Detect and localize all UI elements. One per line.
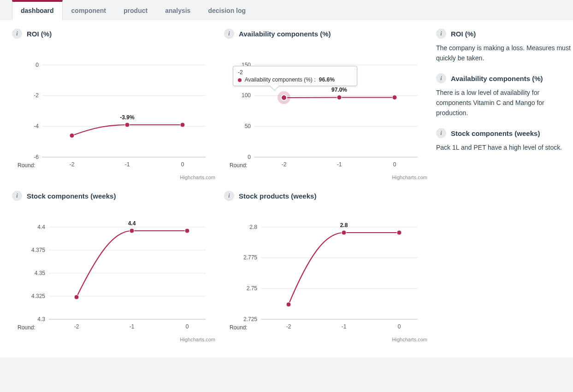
x-axis-title: Round:: [230, 324, 248, 331]
tooltip: -2 Availability components (%) : 96.6%: [233, 66, 357, 86]
info-icon[interactable]: i: [12, 29, 22, 39]
xtick: -2: [74, 323, 79, 330]
info-icon[interactable]: i: [12, 191, 22, 201]
tooltip-header: -2: [238, 69, 352, 76]
chart-roi[interactable]: 0 -2 -4 -6 -2 -1 0 Round: -3.9% Highchar…: [12, 43, 219, 181]
card-stock-products: i Stock products (weeks) 2.8 2.775 2.75 …: [224, 191, 431, 344]
info-icon[interactable]: i: [436, 128, 446, 138]
ytick: 2.8: [249, 224, 257, 230]
info-icon[interactable]: i: [224, 29, 234, 39]
chart-credit[interactable]: Highcharts.com: [180, 337, 215, 342]
xtick: 0: [181, 161, 184, 168]
info-icon[interactable]: i: [436, 73, 446, 83]
side-text-stock: Pack 1L and PET have a high level of sto…: [436, 143, 573, 153]
tabs-bar: dashboard component product analysis dec…: [0, 0, 573, 20]
ytick: 50: [245, 123, 251, 129]
side-text-availability: There is a low level of availability for…: [436, 88, 573, 118]
data-point[interactable]: [125, 123, 130, 127]
chart-title-stock-products: Stock products (weeks): [239, 192, 316, 200]
side-title-stock: Stock components (weeks): [451, 129, 540, 137]
tab-analysis[interactable]: analysis: [156, 0, 199, 20]
ytick: -2: [34, 92, 39, 99]
tab-product[interactable]: product: [115, 0, 156, 20]
data-point[interactable]: [130, 228, 134, 233]
ytick: 4.3: [37, 316, 45, 322]
xtick: 0: [186, 323, 189, 330]
ytick: -4: [34, 123, 39, 129]
data-point[interactable]: [180, 123, 185, 127]
chart-stock-products[interactable]: 2.8 2.775 2.75 2.725 -2 -1 0 Round: 2.8 …: [224, 205, 431, 344]
data-label: 4.4: [128, 220, 136, 227]
side-title-availability: Availability components (%): [451, 75, 543, 82]
series-line: [77, 231, 187, 297]
xtick: -2: [286, 323, 291, 330]
xtick: 0: [398, 323, 401, 330]
sidebar-notes: i ROI (%) The company is making a loss. …: [436, 29, 573, 163]
ytick: 4.35: [35, 270, 46, 276]
series-line: [289, 233, 399, 304]
ytick: 100: [242, 92, 251, 99]
xtick: -2: [282, 161, 287, 168]
info-icon[interactable]: i: [224, 191, 234, 201]
chart-credit[interactable]: Highcharts.com: [392, 175, 427, 180]
data-point[interactable]: [74, 295, 79, 299]
data-point[interactable]: [337, 95, 342, 100]
data-label: -3.9%: [120, 114, 135, 121]
data-point[interactable]: [286, 302, 291, 307]
chart-title-roi: ROI (%): [27, 30, 52, 38]
ytick: 4.4: [37, 224, 45, 230]
tab-component[interactable]: component: [63, 0, 115, 20]
x-axis-title: Round:: [18, 324, 35, 331]
chart-title-stock-components: Stock components (weeks): [27, 192, 116, 200]
ytick: -6: [34, 154, 39, 160]
side-title-roi: ROI (%): [451, 30, 476, 38]
data-point[interactable]: [397, 230, 402, 235]
xtick: -1: [125, 161, 130, 168]
tab-decision-log[interactable]: decision log: [199, 0, 254, 20]
ytick: 4.325: [31, 293, 45, 299]
xtick: -1: [130, 323, 135, 330]
xtick: -1: [337, 161, 342, 168]
card-availability: i Availability components (%) 150 100 50…: [224, 29, 431, 181]
ytick: 2.75: [247, 285, 258, 292]
tab-dashboard[interactable]: dashboard: [12, 0, 63, 20]
ytick: 0: [248, 154, 251, 160]
ytick: 0: [35, 62, 39, 68]
x-axis-title: Round:: [18, 162, 35, 169]
xtick: -1: [342, 323, 347, 330]
xtick: 0: [393, 161, 396, 168]
chart-stock-components[interactable]: 4.4 4.375 4.35 4.325 4.3 -2 -1 0 Round: …: [12, 205, 219, 344]
data-label: 97.0%: [331, 87, 347, 93]
side-text-roi: The company is making a loss. Measures m…: [436, 43, 573, 63]
data-point-hovered[interactable]: [281, 95, 287, 100]
tooltip-value: 96.6%: [319, 76, 335, 83]
x-axis-title: Round:: [230, 162, 248, 169]
data-point[interactable]: [70, 133, 74, 138]
ytick: 2.775: [243, 254, 257, 261]
tooltip-dot-icon: [238, 78, 242, 82]
info-icon[interactable]: i: [436, 29, 446, 39]
xtick: -2: [70, 161, 75, 168]
chart-availability[interactable]: 150 100 50 0 -2 -1 0 Round: 97.0% -2: [224, 43, 431, 181]
chart-credit[interactable]: Highcharts.com: [392, 337, 427, 342]
tooltip-series-name: Availability components (%) :: [245, 76, 316, 83]
chart-title-availability: Availability components (%): [239, 30, 331, 38]
ytick: 4.375: [31, 247, 45, 253]
card-stock-components: i Stock components (weeks) 4.4 4.375 4.3…: [12, 191, 219, 344]
data-point[interactable]: [392, 95, 397, 100]
data-point[interactable]: [342, 230, 346, 235]
data-label: 2.8: [340, 222, 348, 228]
chart-credit[interactable]: Highcharts.com: [180, 175, 215, 180]
ytick: 2.725: [243, 316, 257, 322]
card-roi: i ROI (%) 0 -2 -4 -6 -2: [12, 29, 219, 181]
data-point[interactable]: [185, 228, 189, 233]
